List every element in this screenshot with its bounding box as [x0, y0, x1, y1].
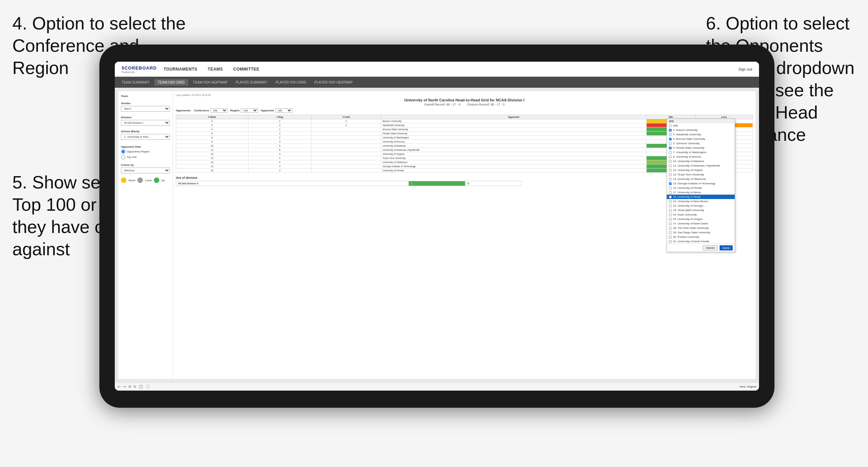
- dropdown-item[interactable]: 14. University of Oklahoma: [667, 177, 735, 181]
- legend-up-dot: [154, 177, 159, 183]
- cell-reg: 2: [248, 136, 311, 140]
- nav-tournaments[interactable]: TOURNAMENTS: [163, 67, 197, 72]
- subnav-player-h2h-heatmap[interactable]: PLAYER H2H HEATMAP: [311, 79, 356, 86]
- cell-opponent: University of Arizona: [381, 140, 646, 144]
- dropdown-item[interactable]: 29. San Diego State University: [667, 230, 735, 235]
- copy-icon[interactable]: ⎘: [134, 385, 136, 389]
- logo: 5COREBOARD Powered by ...: [122, 65, 157, 73]
- nav-bar: 5COREBOARD Powered by ... TOURNAMENTS TE…: [115, 62, 759, 77]
- dropdown-item[interactable]: 22. University of Georgia: [667, 204, 735, 208]
- paste-icon[interactable]: 📋: [139, 385, 143, 389]
- toolbar: ↩ ↪ ⟳ ⎘ 📋 🕐 View: Original: [115, 382, 759, 391]
- division-dropdown[interactable]: NCAA Division I: [121, 120, 170, 126]
- sign-out-link[interactable]: Sign out: [738, 67, 752, 71]
- dropdown-item[interactable]: 8. University of Arizona: [667, 155, 735, 159]
- cell-rank: 2: [176, 119, 248, 123]
- legend-level-label: Level: [145, 179, 151, 182]
- gender-section: Gender Men's: [121, 102, 170, 112]
- dropdown-item[interactable]: 25. University of Oregon: [667, 217, 735, 221]
- apply-button[interactable]: Apply: [720, 245, 733, 250]
- cell-opponent: University of Florida: [381, 169, 646, 173]
- tablet-screen: 5COREBOARD Powered by ... TOURNAMENTS TE…: [115, 62, 759, 391]
- subnav-team-summary[interactable]: TEAM SUMMARY: [118, 79, 153, 86]
- cell-conf: [311, 140, 381, 144]
- opponent-filter-label: Opponent: [261, 109, 274, 112]
- gender-dropdown[interactable]: Men's: [121, 106, 170, 112]
- sub-nav: TEAM SUMMARY TEAM H2H GRID TEAM H2H HEAT…: [115, 77, 759, 88]
- colour-by-dropdown[interactable]: Win/loss: [121, 168, 170, 173]
- dropdown-item[interactable]: 15. Georgia Institute of Technology: [667, 181, 735, 186]
- dropdown-item[interactable]: 11. University of Arkansas, Fayetteville: [667, 163, 735, 168]
- legend-down-label: Down: [129, 179, 135, 182]
- reset-icon[interactable]: ⟳: [129, 385, 131, 389]
- dropdown-item[interactable]: 23. Texas A&M University: [667, 208, 735, 212]
- opponent-view-section: Opponent View Opponents Played Top 100: [121, 145, 170, 159]
- dropdown-item[interactable]: 20. University of Texas: [667, 195, 735, 199]
- cell-conf: [311, 127, 381, 132]
- conference-filter: Conference (All): [194, 108, 228, 113]
- dropdown-item[interactable]: 16. University of Florida: [667, 186, 735, 190]
- col-opponent: Opponent: [381, 115, 646, 119]
- conference-select[interactable]: (All): [210, 108, 228, 113]
- radio-opponents-played[interactable]: Opponents Played: [121, 149, 170, 154]
- dropdown-item[interactable]: 7. University of Washington: [667, 150, 735, 155]
- col-reg: # Reg: [248, 115, 311, 119]
- nav-committee[interactable]: COMMITTEE: [233, 67, 260, 72]
- division-label: Division: [121, 116, 170, 119]
- dropdown-item[interactable]: 30. Purdue University: [667, 235, 735, 239]
- dropdown-item[interactable]: 4. Arizona State University: [667, 137, 735, 141]
- dropdown-item[interactable]: 21. University of New Mexico: [667, 199, 735, 204]
- dropdown-item[interactable]: 31. University of North Florida: [667, 239, 735, 244]
- legend-level-dot: [137, 177, 143, 183]
- cell-reg: 3: [248, 152, 311, 156]
- subnav-team-h2h-grid[interactable]: TEAM H2H GRID: [155, 79, 188, 86]
- legend-down-dot: [121, 177, 126, 183]
- out-div-loss: 0: [465, 181, 522, 186]
- report-panel: Team Gender Men's Division NCAA Division…: [118, 91, 756, 379]
- region-filter: Region (All): [230, 108, 258, 113]
- cell-reg: 2: [248, 160, 311, 164]
- dropdown-item[interactable]: 5. Clemson University: [667, 141, 735, 146]
- radio-group: Opponents Played Top 100: [121, 149, 170, 159]
- opponents-label: Opponents:: [176, 109, 191, 112]
- clock-icon[interactable]: 🕐: [146, 385, 150, 389]
- dropdown-item[interactable]: 6. Florida State University: [667, 146, 735, 150]
- dropdown-item[interactable]: 28. The Ohio State University: [667, 226, 735, 230]
- dropdown-item[interactable]: 24. Duke University: [667, 212, 735, 217]
- cell-opponent: Arizona State University: [381, 127, 646, 132]
- grid-area: Last Updated: 4/7/2024 16:55:38 Universi…: [173, 91, 756, 379]
- dropdown-item[interactable]: 27. University of Notre Dame: [667, 221, 735, 226]
- dropdown-item[interactable]: 2. Auburn University: [667, 128, 735, 132]
- opponent-select[interactable]: (All): [275, 108, 292, 113]
- gender-label: Gender: [121, 102, 170, 105]
- region-select[interactable]: (All): [241, 108, 258, 113]
- dropdown-item[interactable]: 10. University of Alabama: [667, 159, 735, 163]
- cancel-button[interactable]: Cancel: [703, 245, 718, 250]
- radio-top-100[interactable]: Top 100: [121, 155, 170, 159]
- dropdown-item[interactable]: (All): [667, 123, 735, 128]
- legend-up-label: Up: [161, 179, 165, 182]
- cell-conf: [311, 136, 381, 140]
- dropdown-item[interactable]: 17. University of Illinois: [667, 190, 735, 195]
- subnav-player-h2h-grid[interactable]: PLAYER H2H GRID: [272, 79, 309, 86]
- opponent-dropdown-panel[interactable]: (All) (All) 2. Auburn University 3. Vand…: [667, 119, 735, 252]
- cell-opponent: Auburn University: [381, 119, 646, 123]
- school-dropdown[interactable]: 1. University of Nort...: [121, 134, 170, 140]
- filter-row: Opponents: Conference (All) Region (All): [176, 108, 753, 113]
- cell-rank: 15: [176, 164, 248, 169]
- dropdown-item[interactable]: 3. Vanderbilt University: [667, 132, 735, 137]
- cell-reg: 1: [248, 127, 311, 132]
- cell-conf: [311, 144, 381, 148]
- nav-teams[interactable]: TEAMS: [208, 67, 223, 72]
- cell-opponent: Georgia Institute of Technology: [381, 164, 646, 169]
- subnav-player-summary[interactable]: PLAYER SUMMARY: [232, 79, 271, 86]
- school-section: School (Rank) 1. University of Nort...: [121, 130, 170, 140]
- cell-rank: 3: [176, 123, 248, 127]
- dropdown-item[interactable]: 13. Texas Tech University: [667, 172, 735, 177]
- subnav-team-h2h-heatmap[interactable]: TEAM H2H HEATMAP: [190, 79, 231, 86]
- dropdown-item[interactable]: 12. University of Virginia: [667, 168, 735, 172]
- cell-opponent: Florida State University: [381, 132, 646, 136]
- undo-icon[interactable]: ↩: [118, 385, 120, 389]
- redo-icon[interactable]: ↪: [123, 385, 126, 389]
- cell-conf: [311, 160, 381, 164]
